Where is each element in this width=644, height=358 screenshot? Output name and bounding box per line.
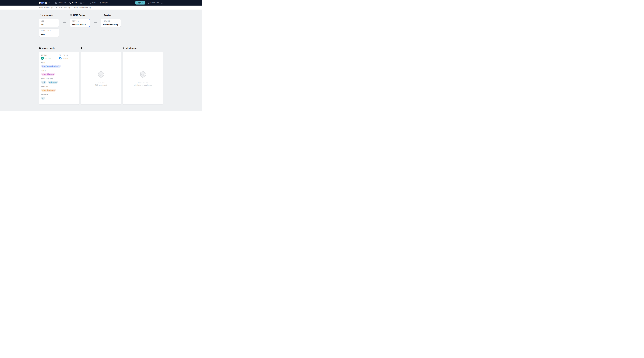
entrypoint-badge-web: web (41, 81, 46, 84)
nav-item-dashboard[interactable]: Dashboard (55, 2, 66, 4)
tab-http-middlewares[interactable]: HTTP Middlewares 2 (74, 7, 91, 9)
service-section-title: Service (101, 14, 111, 16)
router-details-panel: STATUS Success PROVIDER (39, 52, 79, 105)
tls-empty-message: There is no TLS configured (95, 82, 107, 86)
nav-item-udp[interactable]: UDP (90, 2, 96, 4)
version-label: 3.3.6 (48, 2, 52, 4)
middlewares-count-badge: 2 (89, 7, 91, 9)
docker-icon (59, 57, 62, 59)
tcp-icon (80, 2, 82, 4)
priority-badge: 24 (41, 97, 45, 100)
middlewares-title: Middlewares (122, 47, 138, 49)
flow-arrow-icon (63, 21, 66, 25)
entrypoints-section-title: Entrypoints (39, 14, 53, 16)
flow-arrow-icon (94, 21, 97, 25)
rule-badge: Host(`whoami.localhost`) (41, 65, 61, 68)
tls-panel: There is no TLS configured (81, 52, 121, 105)
provider-value: Docker (63, 57, 68, 59)
nav-item-plugins[interactable]: Plugins (99, 2, 108, 4)
nav-item-http[interactable]: HTTP (69, 2, 77, 4)
main-content: Entrypoints HTTP Router Service WEB :80 (0, 10, 202, 111)
traefik-dashboard: træfik 3.3.6 Dashboard HTTP (0, 0, 202, 111)
globe-icon (69, 2, 72, 4)
services-count-badge: 4 (68, 7, 70, 9)
service-card[interactable]: SERVICE whoami-xxsheddy (101, 19, 121, 27)
middlewares-empty-message: There are no Middlewares configured (134, 82, 152, 86)
udp-icon (90, 2, 92, 4)
success-check-icon (41, 57, 44, 60)
tab-http-routers[interactable]: HTTP Routers 3 (39, 7, 53, 9)
top-navbar: træfik 3.3.6 Dashboard HTTP (0, 0, 202, 6)
theme-label: Dark theme (150, 2, 159, 4)
info-icon (39, 47, 41, 49)
traefik-logo[interactable]: træfik (39, 1, 47, 5)
layers-icon (122, 47, 125, 49)
upgrade-button[interactable]: Upgrade (135, 1, 145, 5)
globe-icon (70, 14, 72, 16)
lightning-icon (101, 14, 103, 16)
nav-item-tcp[interactable]: TCP (80, 2, 86, 4)
routers-count-badge: 3 (50, 7, 53, 9)
status-value: Success (45, 57, 51, 59)
middlewares-panel: There are no Middlewares configured (122, 52, 163, 105)
empty-layers-icon (139, 70, 147, 79)
router-card[interactable]: ROUTER whoami@docker (70, 19, 90, 27)
router-details-title: Router Details (39, 47, 55, 49)
service-badge: whoami-xxsheddy (41, 89, 56, 92)
theme-toggle[interactable]: Dark theme (147, 2, 159, 4)
droplet-icon (147, 2, 149, 4)
help-icon[interactable]: ? (161, 2, 163, 4)
router-section-title: HTTP Router (70, 14, 85, 16)
shield-icon (81, 47, 82, 49)
tls-title: TLS (81, 47, 87, 49)
section-tabbar: HTTP Routers 3 HTTP Services 4 HTTP Midd… (0, 6, 202, 10)
router-name-badge: whoami@docker (41, 73, 55, 76)
entrypoint-card-web: WEB :80 (39, 19, 59, 27)
cubes-icon (99, 2, 101, 4)
entrypoint-card-websecure: WEBSECURE :443 (39, 29, 59, 37)
logo-text: tr (39, 1, 41, 4)
empty-layers-icon (97, 70, 105, 79)
entrypoint-badge-websecure: websecure (48, 81, 58, 84)
entrypoints-icon (39, 14, 41, 16)
home-icon (55, 2, 57, 4)
logo-ae: æ (41, 1, 44, 4)
tab-http-services[interactable]: HTTP Services 4 (56, 7, 70, 9)
main-nav: Dashboard HTTP TCP (55, 2, 108, 4)
logo-text-2: fik (44, 1, 47, 4)
